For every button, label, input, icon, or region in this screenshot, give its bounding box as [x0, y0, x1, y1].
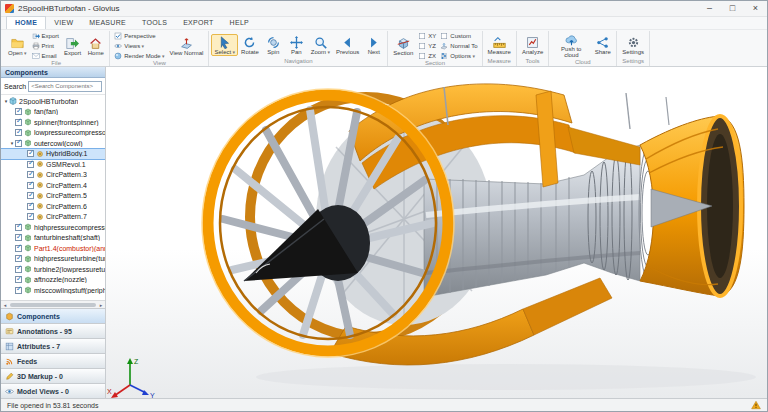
panel-annotations-95[interactable]: Annotations - 95 — [1, 323, 105, 338]
tree-item-label: outercowl(cowl) — [34, 140, 83, 147]
tree-item-misccowlingstuff-periph[interactable]: misccowlingstuff(periph... — [1, 285, 105, 296]
ribbon-button-section[interactable]: Section — [390, 35, 416, 57]
viewport-canvas[interactable]: Z X Y — [106, 67, 767, 398]
tab-export[interactable]: EXPORT — [175, 17, 221, 29]
visibility-checkbox[interactable] — [27, 203, 34, 210]
ribbon-button-zx[interactable]: ZX — [416, 51, 438, 60]
panel-feeds[interactable]: Feeds — [1, 353, 105, 368]
ribbon-button-view-normal[interactable]: View Normal — [167, 35, 207, 57]
visibility-checkbox[interactable] — [27, 182, 34, 189]
tree-item-outercowl-cowl[interactable]: ▾outercowl(cowl) — [1, 138, 105, 149]
tree-item-highpressurecompressor[interactable]: highpressurecompressor... — [1, 222, 105, 233]
tree-item-circpattern-3[interactable]: CircPattern.3 — [1, 170, 105, 181]
ribbon-button-normal-to[interactable]: Normal To — [438, 41, 479, 50]
ribbon-button-email[interactable]: Email — [30, 51, 61, 60]
ribbon-button-render-mode[interactable]: Render Mode — [112, 51, 166, 60]
visibility-checkbox[interactable] — [15, 245, 22, 252]
visibility-checkbox[interactable] — [15, 276, 22, 283]
ribbon-button-views[interactable]: Views — [112, 41, 166, 50]
ribbon-button-options[interactable]: Options — [438, 51, 479, 60]
ribbon-button-spin[interactable]: Spin — [262, 34, 285, 56]
visibility-checkbox[interactable] — [27, 171, 34, 178]
tree-item-fan-fan[interactable]: fan(fan) — [1, 107, 105, 118]
tree-item-fanturbineshaft-shaft[interactable]: fanturbineshaft(shaft) — [1, 233, 105, 244]
annotations-icon — [5, 327, 14, 336]
ribbon-button-home[interactable]: Home — [84, 35, 107, 57]
ribbon-button-export[interactable]: Export — [30, 31, 61, 40]
ribbon-button-settings[interactable]: Settings — [619, 34, 647, 56]
cloud-icon — [565, 33, 578, 46]
panel-3d-markup-0[interactable]: 3D Markup - 0 — [1, 368, 105, 383]
tab-tools[interactable]: TOOLS — [134, 17, 175, 29]
ribbon-button-pan[interactable]: Pan — [285, 34, 308, 56]
close-button[interactable]: × — [744, 1, 767, 16]
group-label-view: View — [112, 60, 206, 67]
tree-item-circpattern-7[interactable]: CircPattern.7 — [1, 212, 105, 223]
panel-components[interactable]: Components — [1, 308, 105, 323]
ribbon-button-perspective[interactable]: Perspective — [112, 31, 166, 40]
visibility-checkbox[interactable] — [15, 255, 22, 262]
ribbon-button-analyze[interactable]: Analyze — [519, 34, 546, 56]
engine-model[interactable]: Z X Y — [106, 67, 767, 398]
feeds-icon — [5, 357, 14, 366]
ribbon-button-custom[interactable]: Custom — [438, 31, 479, 40]
tree-item-spinner-frontspinner[interactable]: spinner(frontspinner) — [1, 117, 105, 128]
tree-item-lowpressurecompressor[interactable]: lowpressurecompressor... — [1, 128, 105, 139]
visibility-checkbox[interactable] — [15, 129, 22, 136]
tree-horizontal-scrollbar[interactable] — [1, 300, 105, 308]
visibility-checkbox[interactable] — [27, 192, 34, 199]
ribbon-button-print[interactable]: Print — [30, 41, 61, 50]
visibility-checkbox[interactable] — [15, 108, 22, 115]
ribbon-button-label: Custom — [450, 32, 471, 40]
minimize-button[interactable]: – — [698, 1, 721, 16]
tree-item-circpattern-4[interactable]: CircPattern.4 — [1, 180, 105, 191]
ribbon-button-previous[interactable]: Previous — [333, 34, 362, 56]
tree-item-part1-4-combustor-ann[interactable]: Part1.4(combustor)(ann... — [1, 243, 105, 254]
folder-icon — [11, 37, 24, 50]
visibility-checkbox[interactable] — [15, 140, 22, 147]
tab-home[interactable]: HOME — [6, 16, 46, 29]
ribbon-button-yz[interactable]: YZ — [416, 41, 438, 50]
warning-icon[interactable] — [751, 400, 761, 410]
ribbon-button-label: Email — [42, 52, 57, 60]
visibility-checkbox[interactable] — [15, 266, 22, 273]
visibility-checkbox[interactable] — [15, 287, 22, 294]
visibility-checkbox[interactable] — [27, 150, 34, 157]
visibility-checkbox[interactable] — [15, 119, 22, 126]
tree-item-aftnozzle-nozzle[interactable]: aftnozzle(nozzle) — [1, 275, 105, 286]
tree-item-circpattern-5[interactable]: CircPattern.5 — [1, 191, 105, 202]
tab-measure[interactable]: MEASURE — [81, 17, 134, 29]
tree-item-gsmrevol-1[interactable]: GSMRevol.1 — [1, 159, 105, 170]
scrollbar-thumb[interactable] — [10, 303, 96, 307]
visibility-checkbox[interactable] — [27, 213, 34, 220]
tree-item-circpattern-6[interactable]: CircPattern.6 — [1, 201, 105, 212]
tree-item-turbine2-lowpressuretur[interactable]: turbine2(lowpressuretur... — [1, 264, 105, 275]
visibility-checkbox[interactable] — [27, 161, 34, 168]
panel-model-views-0[interactable]: Model Views - 0 — [1, 383, 105, 398]
ribbon-button-zoom[interactable]: Zoom — [308, 34, 333, 56]
ribbon-button-label: Print — [42, 42, 54, 50]
ribbon-button-push-to-cloud[interactable]: Push to cloud — [551, 31, 591, 59]
orientation-triad[interactable]: Z X Y — [107, 358, 155, 398]
tree-item-hybridbody-1[interactable]: HybridBody.1 — [1, 149, 105, 160]
ribbon-button-next[interactable]: Next — [362, 34, 385, 56]
ribbon-button-measure[interactable]: Measure — [485, 34, 514, 56]
visibility-checkbox[interactable] — [15, 224, 22, 231]
panel-attributes-7[interactable]: Attributes - 7 — [1, 338, 105, 353]
tree-item-label: turbine2(lowpressuretur... — [34, 266, 105, 273]
ribbon-button-share[interactable]: Share — [591, 34, 614, 56]
tree-item-highpressureturbine-tur[interactable]: highpressureturbine(tur... — [1, 254, 105, 265]
group-label-navigation: Navigation — [211, 58, 385, 66]
ribbon-button-rotate[interactable]: Rotate — [238, 34, 262, 56]
search-input[interactable] — [28, 81, 102, 92]
visibility-checkbox[interactable] — [15, 234, 22, 241]
ribbon-group-section: SectionXYYZZXCustomNormal ToOptionsSecti… — [388, 31, 482, 66]
tab-view[interactable]: VIEW — [46, 17, 81, 29]
maximize-button[interactable]: □ — [721, 1, 744, 16]
ribbon-button-xy[interactable]: XY — [416, 31, 438, 40]
tab-help[interactable]: HELP — [222, 17, 258, 29]
tree-item-2spoolhbturbofan[interactable]: ▾2SpoolHBTurbofan — [1, 96, 105, 107]
ribbon-button-select[interactable]: Select — [211, 34, 238, 56]
ribbon-button-open[interactable]: Open — [5, 35, 30, 57]
ribbon-button-export[interactable]: Export — [61, 35, 84, 57]
